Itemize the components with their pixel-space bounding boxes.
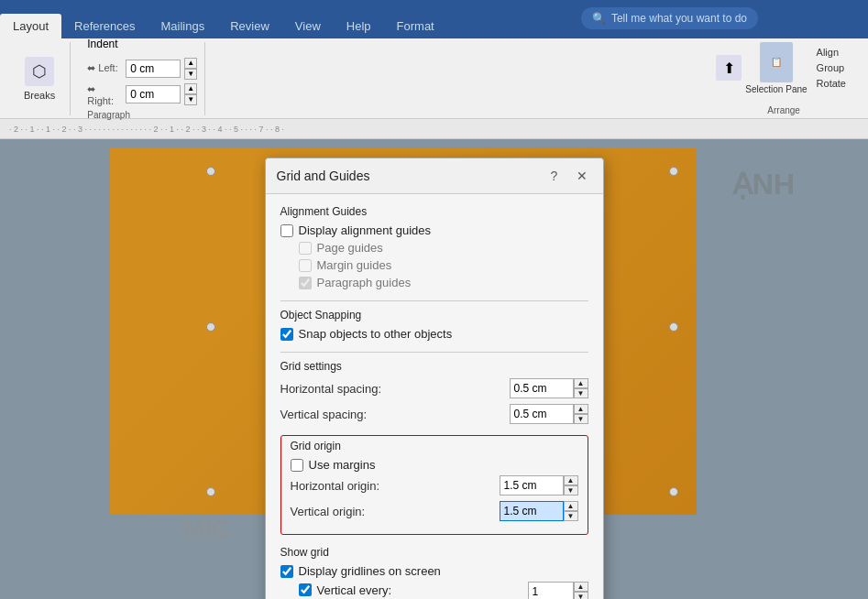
alignment-guides-label: Alignment Guides bbox=[280, 205, 588, 218]
tab-help[interactable]: Help bbox=[334, 14, 384, 38]
tab-references[interactable]: References bbox=[61, 14, 148, 38]
vertical-every-down[interactable]: ▼ bbox=[574, 592, 588, 599]
vertical-spacing-up[interactable]: ▲ bbox=[574, 404, 588, 414]
dialog-close-button[interactable]: ✕ bbox=[572, 166, 592, 186]
indent-label: Indent bbox=[87, 38, 117, 50]
indent-left-up[interactable]: ▲ bbox=[184, 58, 197, 69]
ribbon-group-label-paragraph: Paragraph bbox=[87, 110, 130, 120]
page-guides-label: Page guides bbox=[317, 241, 383, 255]
indent-right-input[interactable] bbox=[126, 85, 181, 103]
search-icon: 🔍 bbox=[592, 12, 606, 25]
vertical-every-input-wrap: ▲ ▼ bbox=[528, 582, 588, 599]
vertical-origin-down[interactable]: ▼ bbox=[564, 511, 578, 521]
vertical-every-checkbox-row: Vertical every: bbox=[299, 583, 528, 597]
display-gridlines-checkbox[interactable] bbox=[280, 565, 293, 578]
ribbon-body: ⬡ Breaks Indent ⬌ Left: ▲ ▼ ⬌ Right: ▲ ▼ bbox=[0, 38, 868, 119]
show-grid-section: Show grid Display gridlines on screen Ve… bbox=[280, 546, 588, 599]
horizontal-origin-spinner[interactable]: ▲ ▼ bbox=[564, 475, 578, 496]
snap-objects-row: Snap objects to other objects bbox=[280, 327, 588, 341]
dialog-title: Grid and Guides bbox=[277, 169, 370, 183]
vertical-origin-input[interactable] bbox=[500, 501, 564, 521]
horizontal-spacing-label: Horizontal spacing: bbox=[280, 382, 510, 396]
selection-pane-icon: 📋 bbox=[760, 42, 793, 82]
indent-right-spinner[interactable]: ▲ ▼ bbox=[184, 83, 197, 105]
horizontal-origin-up[interactable]: ▲ bbox=[564, 475, 578, 485]
display-alignment-guides-checkbox[interactable] bbox=[280, 224, 293, 237]
paragraph-guides-row: Paragraph guides bbox=[280, 276, 588, 289]
tab-mailings[interactable]: Mailings bbox=[148, 14, 218, 38]
horizontal-spacing-row: Horizontal spacing: ▲ ▼ bbox=[280, 378, 588, 398]
divider-1 bbox=[280, 300, 588, 301]
page-guides-checkbox[interactable] bbox=[299, 242, 312, 255]
ruler-marks: · 2 · · 1 · · 1 · · 2 · · 3 · · · · · · … bbox=[9, 125, 284, 134]
rotate-button[interactable]: Rotate bbox=[811, 76, 852, 91]
horizontal-spacing-up[interactable]: ▲ bbox=[574, 378, 588, 388]
grid-origin-section: Grid origin Use margins Horizontal origi… bbox=[280, 435, 588, 535]
margin-guides-row: Margin guides bbox=[280, 258, 588, 272]
indent-left-spinner[interactable]: ▲ ▼ bbox=[184, 58, 197, 80]
vertical-every-checkbox[interactable] bbox=[299, 583, 312, 596]
align-button[interactable]: Align bbox=[811, 45, 852, 60]
horizontal-origin-label: Horizontal origin: bbox=[291, 479, 500, 493]
vertical-every-up[interactable]: ▲ bbox=[574, 582, 588, 592]
margin-guides-checkbox[interactable] bbox=[299, 259, 312, 272]
horizontal-origin-input-wrap: ▲ ▼ bbox=[500, 475, 578, 496]
vertical-origin-up[interactable]: ▲ bbox=[564, 501, 578, 511]
object-snapping-label: Object Snapping bbox=[280, 309, 588, 321]
indent-right-down[interactable]: ▼ bbox=[184, 94, 197, 105]
vertical-every-spinner[interactable]: ▲ ▼ bbox=[574, 582, 588, 599]
vertical-spacing-spinner[interactable]: ▲ ▼ bbox=[574, 404, 588, 424]
vertical-spacing-row: Vertical spacing: ▲ ▼ bbox=[280, 404, 588, 424]
breaks-icon: ⬡ bbox=[25, 57, 54, 86]
vertical-every-input[interactable] bbox=[528, 582, 574, 599]
paragraph-guides-checkbox[interactable] bbox=[299, 277, 312, 289]
ruler: · 2 · · 1 · · 1 · · 2 · · 3 · · · · · · … bbox=[0, 119, 868, 139]
indent-right-up[interactable]: ▲ bbox=[184, 83, 197, 94]
vertical-every-label: Vertical every: bbox=[317, 583, 392, 597]
horizontal-origin-input[interactable] bbox=[500, 475, 564, 496]
ribbon-search[interactable]: 🔍 Tell me what you want to do bbox=[581, 7, 758, 29]
horizontal-spacing-down[interactable]: ▼ bbox=[574, 388, 588, 398]
vertical-every-row: Vertical every: ▲ ▼ bbox=[280, 582, 588, 599]
paragraph-guides-label: Paragraph guides bbox=[317, 276, 412, 289]
snap-objects-checkbox[interactable] bbox=[280, 328, 293, 341]
breaks-label: Breaks bbox=[24, 90, 55, 101]
indent-left-down[interactable]: ▼ bbox=[184, 69, 197, 80]
vertical-spacing-down[interactable]: ▼ bbox=[574, 414, 588, 424]
vertical-origin-spinner[interactable]: ▲ ▼ bbox=[564, 501, 578, 521]
indent-left-input[interactable] bbox=[126, 60, 181, 78]
show-grid-label: Show grid bbox=[280, 546, 588, 559]
vertical-origin-row: Vertical origin: ▲ ▼ bbox=[291, 501, 578, 521]
ribbon-group-arrange: ⬆ 📋 Selection Pane Align Group Rotate Ar… bbox=[709, 42, 859, 115]
tab-view[interactable]: View bbox=[282, 14, 334, 38]
breaks-button[interactable]: ⬡ Breaks bbox=[16, 53, 62, 104]
grid-settings-label: Grid settings bbox=[280, 360, 588, 373]
dialog-help-button[interactable]: ? bbox=[544, 166, 565, 186]
horizontal-origin-down[interactable]: ▼ bbox=[564, 485, 578, 496]
horizontal-spacing-input[interactable] bbox=[510, 378, 574, 398]
forward-button[interactable]: ⬆ bbox=[716, 55, 742, 81]
group-button[interactable]: Group bbox=[811, 60, 852, 75]
horizontal-spacing-input-wrap: ▲ ▼ bbox=[510, 378, 588, 398]
vertical-origin-input-wrap: ▲ ▼ bbox=[500, 501, 578, 521]
vertical-origin-label: Vertical origin: bbox=[291, 505, 500, 518]
tab-review[interactable]: Review bbox=[217, 14, 282, 38]
ribbon-group-label-arrange: Arrange bbox=[767, 105, 800, 115]
use-margins-checkbox[interactable] bbox=[291, 459, 303, 472]
vertical-spacing-input[interactable] bbox=[510, 404, 574, 424]
tab-format[interactable]: Format bbox=[384, 14, 447, 38]
horizontal-origin-row: Horizontal origin: ▲ ▼ bbox=[291, 475, 578, 496]
selection-pane-button[interactable]: 📋 Selection Pane bbox=[745, 42, 807, 94]
tab-layout[interactable]: Layout bbox=[0, 14, 61, 38]
horizontal-spacing-spinner[interactable]: ▲ ▼ bbox=[574, 378, 588, 398]
page-guides-row: Page guides bbox=[280, 241, 588, 255]
use-margins-row: Use margins bbox=[291, 458, 578, 472]
document-area: H ẠNH CHIA SẺ TRI THỨC MIC Grid and Guid… bbox=[0, 139, 868, 599]
selection-pane-label: Selection Pane bbox=[745, 84, 807, 94]
dialog-titlebar-buttons: ? ✕ bbox=[544, 166, 592, 186]
snap-objects-label: Snap objects to other objects bbox=[299, 327, 453, 341]
ribbon: Layout References Mailings Review View H… bbox=[0, 0, 868, 119]
ribbon-tabs: Layout References Mailings Review View H… bbox=[0, 0, 868, 38]
use-margins-label: Use margins bbox=[309, 458, 376, 472]
display-alignment-guides-label: Display alignment guides bbox=[299, 223, 432, 237]
